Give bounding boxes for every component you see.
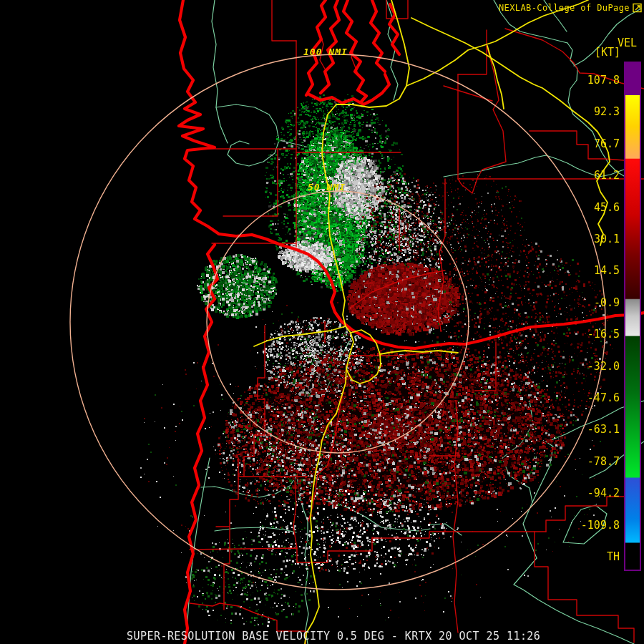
- colorbar-tick: -16.5: [555, 328, 620, 341]
- external-link-icon[interactable]: [633, 3, 643, 13]
- colorbar-tick: 30.1: [555, 233, 620, 245]
- colorbar-tick: -78.7: [555, 455, 620, 468]
- colorbar-tick: -109.8: [555, 519, 620, 532]
- colorbar-threshold-label: TH: [555, 550, 620, 563]
- velocity-colorbar: [624, 62, 641, 571]
- colorbar-tick: -47.6: [555, 391, 620, 404]
- site-credit: NEXLAB-College of DuPage: [499, 3, 643, 13]
- range-ring-label: 50 NMI: [308, 182, 346, 192]
- colorbar-tick: 92.3: [555, 105, 620, 118]
- colorbar-tick: -0.9: [555, 296, 620, 309]
- colorbar-tick: 76.7: [555, 137, 620, 150]
- colorbar-tick: -32.0: [555, 360, 620, 373]
- product-status-line: SUPER-RESOLUTION BASE VELOCITY 0.5 DEG -…: [127, 630, 540, 643]
- colorbar-tick: 45.6: [555, 201, 620, 214]
- colorbar-tick: 61.2: [555, 169, 620, 182]
- range-ring-label: 100 NMI: [303, 47, 348, 57]
- colorbar-tick: -63.1: [555, 423, 620, 436]
- radar-map-canvas: [0, 0, 644, 644]
- colorbar-tick: 107.8: [555, 74, 620, 87]
- colorbar-tick: 14.5: [555, 264, 620, 277]
- site-credit-text: NEXLAB-College of DuPage: [499, 3, 630, 13]
- colorbar-units: [KT]: [556, 46, 620, 59]
- radar-display: NEXLAB-College of DuPage VEL [KT] TH 107…: [0, 0, 644, 644]
- colorbar-tick: -94.2: [555, 487, 620, 499]
